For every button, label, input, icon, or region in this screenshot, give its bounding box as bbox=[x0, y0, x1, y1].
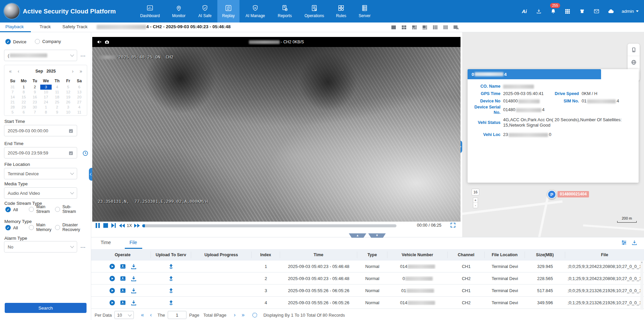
vehicle-map-marker[interactable]: P bbox=[547, 190, 556, 199]
calendar-day[interactable]: 1 bbox=[18, 85, 29, 90]
calendar-day[interactable]: 28 bbox=[7, 105, 18, 110]
fast-forward-button[interactable] bbox=[134, 223, 140, 228]
table-row[interactable]: 2 2025-09-03 05:40:23 - 05:46:48 Normal … bbox=[91, 273, 644, 285]
menu-rules[interactable]: Rules bbox=[330, 0, 352, 22]
next-page-button[interactable]: › bbox=[234, 312, 235, 318]
zoom-in-button[interactable]: + bbox=[473, 198, 478, 203]
radio-code-all[interactable]: All bbox=[5, 207, 18, 212]
tab-track[interactable]: Track bbox=[40, 22, 51, 32]
menu-reports[interactable]: Reports bbox=[271, 0, 299, 22]
video-clip-icon[interactable] bbox=[120, 288, 126, 293]
download-center-icon[interactable] bbox=[535, 8, 542, 15]
export-download-icon[interactable] bbox=[632, 240, 637, 245]
calendar-day[interactable]: 9 bbox=[52, 110, 63, 115]
time-clock-icon[interactable] bbox=[83, 150, 88, 156]
calendar-day[interactable]: 17 bbox=[40, 95, 51, 100]
media-type-select[interactable]: Audio And Video bbox=[4, 187, 77, 199]
alarm-bell-icon[interactable]: 255 bbox=[549, 8, 557, 15]
playback-speed[interactable]: 1X bbox=[127, 223, 132, 228]
alarm-more-button[interactable]: ... bbox=[80, 243, 86, 249]
calendar-day[interactable]: 27 bbox=[74, 100, 85, 105]
menu-server[interactable]: Server bbox=[352, 0, 377, 22]
ai-assistant-icon[interactable]: Ai bbox=[521, 8, 528, 15]
menu-replay[interactable]: Replay bbox=[217, 0, 239, 22]
calendar-day[interactable]: 8 bbox=[40, 110, 51, 115]
view-16-icon[interactable] bbox=[442, 24, 448, 30]
ftp-upload-icon[interactable] bbox=[168, 288, 174, 293]
calendar-year[interactable]: 2025 bbox=[46, 69, 56, 74]
play-file-icon[interactable] bbox=[109, 276, 115, 281]
prev-page-button[interactable]: ‹ bbox=[150, 312, 152, 318]
calendar-day[interactable]: 29 bbox=[18, 105, 29, 110]
device-more-button[interactable]: ... bbox=[80, 52, 86, 57]
table-row[interactable]: 4 2025-09-03 05:55:26 - 06:05:26 Normal … bbox=[91, 297, 644, 309]
tab-file[interactable]: File bbox=[129, 240, 137, 245]
calendar-day[interactable]: 4 bbox=[52, 85, 63, 90]
page-number-input[interactable] bbox=[168, 311, 186, 319]
download-file-icon[interactable] bbox=[131, 264, 137, 269]
calendar-day[interactable]: 2 bbox=[52, 105, 63, 110]
calendar-day[interactable]: 23 bbox=[29, 100, 40, 105]
snapshot-camera-icon[interactable] bbox=[105, 40, 109, 44]
menu-dashboard[interactable]: Dashboard bbox=[135, 0, 165, 22]
ftp-upload-icon[interactable] bbox=[168, 264, 174, 269]
calendar-day[interactable]: 5 bbox=[63, 85, 74, 90]
table-scrollbar[interactable]: ▲ bbox=[640, 261, 643, 310]
file-location-select[interactable]: Terminal Device bbox=[4, 168, 77, 179]
calendar-day[interactable]: 9 bbox=[29, 90, 40, 95]
calendar-day[interactable]: 8 bbox=[18, 90, 29, 95]
calendar-prev-year[interactable]: « bbox=[9, 69, 12, 74]
calendar-day[interactable]: 26 bbox=[63, 100, 74, 105]
calendar-day[interactable]: 20 bbox=[74, 95, 85, 100]
calendar-day[interactable]: 11 bbox=[74, 110, 85, 115]
last-page-button[interactable]: » bbox=[241, 312, 245, 318]
menu-monitor[interactable]: Monitor bbox=[165, 0, 193, 22]
calendar-day[interactable]: 24 bbox=[40, 100, 51, 105]
page-size-select[interactable]: 10 bbox=[114, 311, 134, 319]
calendar-day[interactable]: 7 bbox=[7, 90, 18, 95]
menu-ai-safe[interactable]: AI Safe bbox=[193, 0, 217, 22]
stop-button[interactable] bbox=[103, 223, 108, 228]
fullscreen-icon[interactable] bbox=[450, 222, 456, 228]
radio-company[interactable]: Company bbox=[35, 39, 61, 44]
menu-operations[interactable]: Operations bbox=[299, 0, 330, 22]
play-file-icon[interactable] bbox=[109, 300, 115, 306]
zoom-out-button[interactable]: - bbox=[473, 203, 478, 208]
download-file-icon[interactable] bbox=[131, 300, 137, 306]
calendar-day[interactable]: 30 bbox=[29, 105, 40, 110]
calendar-day[interactable]: 21 bbox=[7, 100, 18, 105]
view-8-icon[interactable] bbox=[422, 24, 428, 30]
theme-shirt-icon[interactable] bbox=[578, 8, 586, 15]
radio-disaster-recovery[interactable]: Disaster Recovery bbox=[55, 223, 82, 232]
view-4-icon[interactable] bbox=[401, 24, 407, 30]
calendar-day[interactable]: 14 bbox=[7, 95, 18, 100]
download-file-icon[interactable] bbox=[131, 276, 137, 281]
menu-ai-manage[interactable]: AI Manage bbox=[239, 0, 271, 22]
calendar-next-year[interactable]: » bbox=[79, 69, 82, 74]
rewind-button[interactable] bbox=[119, 223, 125, 228]
globe-icon[interactable] bbox=[628, 56, 640, 68]
next-frame-button[interactable] bbox=[111, 223, 116, 228]
table-row[interactable]: 1 2025-09-03 05:40:23 - 05:46:48 Normal … bbox=[91, 261, 644, 273]
tab-time[interactable]: Time bbox=[101, 240, 111, 245]
video-clip-icon[interactable] bbox=[120, 276, 126, 281]
radio-device[interactable]: Device bbox=[5, 39, 26, 44]
calendar-day[interactable]: 3 bbox=[63, 105, 74, 110]
video-clip-icon[interactable] bbox=[120, 264, 126, 269]
calendar-day[interactable]: 25 bbox=[52, 100, 63, 105]
calendar-day[interactable]: 5 bbox=[7, 110, 18, 115]
calendar-day[interactable]: 10 bbox=[63, 110, 74, 115]
collapse-up-button[interactable]: ▲ bbox=[349, 233, 366, 238]
calendar-day[interactable]: 1 bbox=[40, 105, 51, 110]
calendar-month[interactable]: Sep bbox=[35, 69, 43, 74]
ftp-upload-icon[interactable] bbox=[168, 276, 174, 281]
calendar-day[interactable]: 18 bbox=[52, 95, 63, 100]
tab-safety-track[interactable]: Safety Track bbox=[62, 22, 88, 32]
mute-speaker-icon[interactable] bbox=[97, 40, 102, 44]
video-frame[interactable]: -2025 05:40:25 ON CH2 23.350131,N, 77.25… bbox=[92, 47, 461, 222]
column-settings-icon[interactable] bbox=[621, 240, 627, 245]
calendar-day[interactable]: 22 bbox=[18, 100, 29, 105]
user-menu[interactable]: admin bbox=[622, 9, 639, 14]
calendar-day[interactable]: 11 bbox=[52, 90, 63, 95]
expand-view-icon[interactable] bbox=[453, 24, 459, 30]
